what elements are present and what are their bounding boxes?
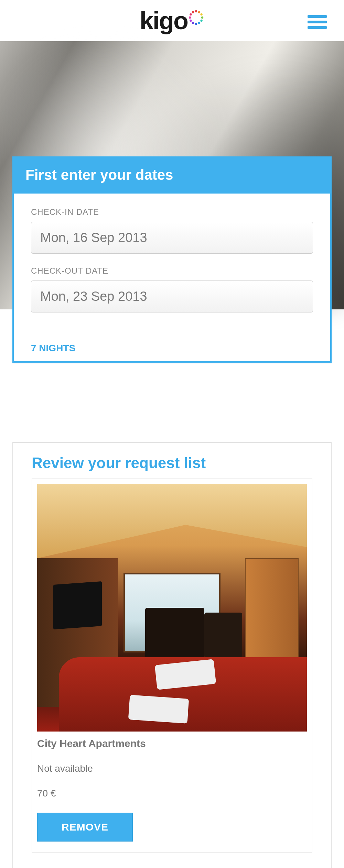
checkin-label: CHECK-IN DATE bbox=[31, 207, 313, 217]
listing-photo[interactable] bbox=[37, 484, 307, 732]
brand-logo[interactable]: kigo bbox=[140, 7, 204, 35]
dates-body: CHECK-IN DATE CHECK-OUT DATE bbox=[14, 194, 330, 333]
review-title: Review your request list bbox=[32, 454, 312, 472]
dates-title: First enter your dates bbox=[14, 158, 330, 194]
hero-background: First enter your dates CHECK-IN DATE CHE… bbox=[0, 41, 344, 309]
svg-point-11 bbox=[192, 11, 194, 13]
svg-point-5 bbox=[198, 22, 200, 24]
svg-point-10 bbox=[190, 13, 192, 15]
listing-status: Not available bbox=[37, 763, 307, 774]
brand-text: kigo bbox=[140, 7, 188, 35]
checkout-label: CHECK-OUT DATE bbox=[31, 266, 313, 276]
spinner-icon bbox=[188, 9, 204, 26]
svg-point-6 bbox=[195, 22, 197, 24]
listing-item: City Heart Apartments Not available 70 €… bbox=[32, 479, 312, 853]
svg-point-4 bbox=[200, 19, 202, 21]
menu-icon[interactable] bbox=[308, 15, 327, 32]
svg-point-8 bbox=[190, 19, 192, 21]
svg-point-1 bbox=[198, 11, 200, 13]
dates-card: First enter your dates CHECK-IN DATE CHE… bbox=[12, 156, 332, 363]
checkout-input[interactable] bbox=[31, 281, 313, 312]
listing-price: 70 € bbox=[37, 788, 307, 799]
svg-point-9 bbox=[189, 16, 191, 18]
remove-button[interactable]: REMOVE bbox=[37, 813, 133, 842]
checkin-field: CHECK-IN DATE bbox=[31, 207, 313, 254]
svg-point-2 bbox=[200, 13, 202, 15]
nights-count: 7 NIGHTS bbox=[14, 333, 330, 361]
checkout-field: CHECK-OUT DATE bbox=[31, 266, 313, 312]
svg-point-0 bbox=[195, 10, 197, 12]
checkin-input[interactable] bbox=[31, 222, 313, 254]
review-card: Review your request list City Heart Apar… bbox=[12, 442, 332, 868]
listing-name: City Heart Apartments bbox=[37, 738, 307, 749]
svg-point-7 bbox=[192, 22, 194, 24]
app-header: kigo bbox=[0, 0, 344, 41]
svg-point-3 bbox=[201, 16, 203, 18]
